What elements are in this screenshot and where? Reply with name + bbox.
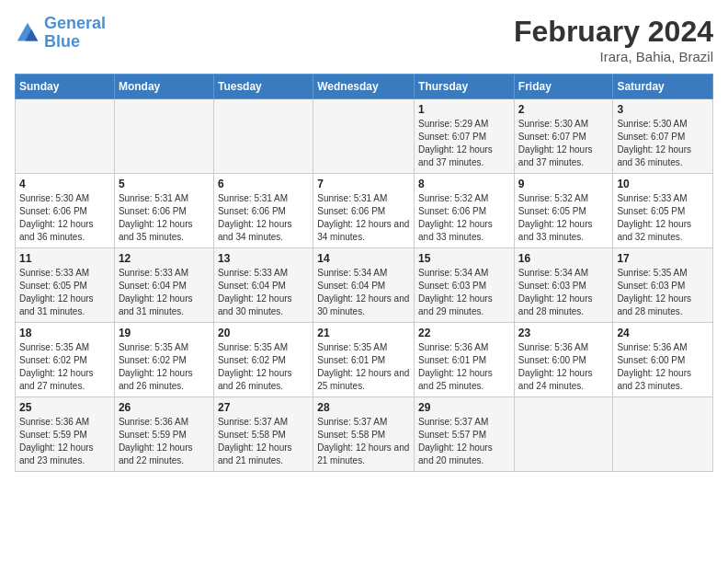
- day-number: 24: [617, 327, 709, 339]
- calendar-cell: 17Sunrise: 5:35 AM Sunset: 6:03 PM Dayli…: [613, 248, 713, 323]
- calendar-cell: 9Sunrise: 5:32 AM Sunset: 6:05 PM Daylig…: [514, 174, 613, 248]
- logo: General Blue: [15, 15, 106, 52]
- calendar-cell: 12Sunrise: 5:33 AM Sunset: 6:04 PM Dayli…: [114, 248, 213, 323]
- day-number: 10: [617, 178, 709, 190]
- day-number: 11: [19, 252, 110, 265]
- day-detail: Sunrise: 5:36 AM Sunset: 6:00 PM Dayligh…: [518, 341, 609, 393]
- calendar-table: SundayMondayTuesdayWednesdayThursdayFrid…: [15, 74, 713, 472]
- day-detail: Sunrise: 5:35 AM Sunset: 6:02 PM Dayligh…: [218, 341, 309, 393]
- week-row-4: 25Sunrise: 5:36 AM Sunset: 5:59 PM Dayli…: [16, 397, 713, 472]
- week-row-0: 1Sunrise: 5:29 AM Sunset: 6:07 PM Daylig…: [16, 99, 713, 174]
- day-number: 21: [317, 327, 410, 339]
- calendar-cell: [114, 99, 213, 174]
- day-detail: Sunrise: 5:35 AM Sunset: 6:01 PM Dayligh…: [317, 341, 410, 393]
- day-detail: Sunrise: 5:33 AM Sunset: 6:05 PM Dayligh…: [617, 192, 709, 244]
- calendar-cell: 3Sunrise: 5:30 AM Sunset: 6:07 PM Daylig…: [613, 99, 713, 174]
- calendar-cell: 27Sunrise: 5:37 AM Sunset: 5:58 PM Dayli…: [213, 397, 313, 472]
- calendar-cell: 11Sunrise: 5:33 AM Sunset: 6:05 PM Dayli…: [16, 248, 115, 323]
- page-header: General Blue February 2024 Irara, Bahia,…: [15, 15, 713, 64]
- day-number: 15: [418, 252, 510, 265]
- calendar-cell: 10Sunrise: 5:33 AM Sunset: 6:05 PM Dayli…: [613, 174, 713, 248]
- title-block: February 2024 Irara, Bahia, Brazil: [514, 15, 713, 64]
- calendar-cell: 22Sunrise: 5:36 AM Sunset: 6:01 PM Dayli…: [415, 323, 515, 397]
- day-detail: Sunrise: 5:32 AM Sunset: 6:05 PM Dayligh…: [518, 192, 609, 244]
- week-row-2: 11Sunrise: 5:33 AM Sunset: 6:05 PM Dayli…: [16, 248, 713, 323]
- day-detail: Sunrise: 5:36 AM Sunset: 5:59 PM Dayligh…: [119, 416, 210, 467]
- logo-icon: [15, 20, 40, 46]
- day-number: 29: [418, 401, 510, 414]
- day-detail: Sunrise: 5:34 AM Sunset: 6:03 PM Dayligh…: [418, 267, 510, 318]
- day-detail: Sunrise: 5:34 AM Sunset: 6:03 PM Dayligh…: [518, 267, 609, 318]
- day-number: 20: [218, 327, 309, 339]
- day-detail: Sunrise: 5:33 AM Sunset: 6:05 PM Dayligh…: [19, 267, 110, 318]
- day-number: 17: [617, 252, 709, 265]
- calendar-cell: 20Sunrise: 5:35 AM Sunset: 6:02 PM Dayli…: [213, 323, 313, 397]
- header-thursday: Thursday: [415, 75, 515, 99]
- calendar-cell: 21Sunrise: 5:35 AM Sunset: 6:01 PM Dayli…: [313, 323, 415, 397]
- week-row-3: 18Sunrise: 5:35 AM Sunset: 6:02 PM Dayli…: [16, 323, 713, 397]
- calendar-cell: [213, 99, 313, 174]
- calendar-cell: 14Sunrise: 5:34 AM Sunset: 6:04 PM Dayli…: [313, 248, 415, 323]
- day-number: 23: [518, 327, 609, 339]
- day-number: 3: [617, 103, 709, 116]
- calendar-cell: [514, 397, 613, 472]
- logo-text: General Blue: [44, 15, 106, 52]
- calendar-cell: 7Sunrise: 5:31 AM Sunset: 6:06 PM Daylig…: [313, 174, 415, 248]
- day-number: 26: [119, 401, 210, 414]
- day-detail: Sunrise: 5:31 AM Sunset: 6:06 PM Dayligh…: [218, 192, 309, 244]
- day-detail: Sunrise: 5:32 AM Sunset: 6:06 PM Dayligh…: [418, 192, 510, 244]
- day-detail: Sunrise: 5:30 AM Sunset: 6:07 PM Dayligh…: [518, 118, 609, 169]
- day-detail: Sunrise: 5:37 AM Sunset: 5:58 PM Dayligh…: [317, 416, 410, 467]
- day-number: 2: [518, 103, 609, 116]
- day-number: 22: [418, 327, 510, 339]
- day-number: 27: [218, 401, 309, 414]
- calendar-cell: 16Sunrise: 5:34 AM Sunset: 6:03 PM Dayli…: [514, 248, 613, 323]
- day-detail: Sunrise: 5:33 AM Sunset: 6:04 PM Dayligh…: [218, 267, 309, 318]
- calendar-cell: 15Sunrise: 5:34 AM Sunset: 6:03 PM Dayli…: [415, 248, 515, 323]
- day-number: 18: [19, 327, 110, 339]
- day-number: 8: [418, 178, 510, 190]
- day-detail: Sunrise: 5:35 AM Sunset: 6:03 PM Dayligh…: [617, 267, 709, 318]
- sub-title: Irara, Bahia, Brazil: [514, 49, 713, 64]
- calendar-cell: [16, 99, 115, 174]
- calendar-cell: 5Sunrise: 5:31 AM Sunset: 6:06 PM Daylig…: [114, 174, 213, 248]
- day-detail: Sunrise: 5:36 AM Sunset: 6:01 PM Dayligh…: [418, 341, 510, 393]
- day-number: 6: [218, 178, 309, 190]
- day-detail: Sunrise: 5:31 AM Sunset: 6:06 PM Dayligh…: [119, 192, 210, 244]
- calendar-cell: 25Sunrise: 5:36 AM Sunset: 5:59 PM Dayli…: [16, 397, 115, 472]
- day-number: 13: [218, 252, 309, 265]
- day-detail: Sunrise: 5:37 AM Sunset: 5:57 PM Dayligh…: [418, 416, 510, 467]
- calendar-cell: 28Sunrise: 5:37 AM Sunset: 5:58 PM Dayli…: [313, 397, 415, 472]
- day-detail: Sunrise: 5:30 AM Sunset: 6:06 PM Dayligh…: [19, 192, 110, 244]
- calendar-cell: 8Sunrise: 5:32 AM Sunset: 6:06 PM Daylig…: [415, 174, 515, 248]
- day-detail: Sunrise: 5:35 AM Sunset: 6:02 PM Dayligh…: [119, 341, 210, 393]
- calendar-cell: [313, 99, 415, 174]
- calendar-cell: 4Sunrise: 5:30 AM Sunset: 6:06 PM Daylig…: [16, 174, 115, 248]
- day-detail: Sunrise: 5:37 AM Sunset: 5:58 PM Dayligh…: [218, 416, 309, 467]
- calendar-cell: [613, 397, 713, 472]
- header-sunday: Sunday: [16, 75, 115, 99]
- calendar-cell: 24Sunrise: 5:36 AM Sunset: 6:00 PM Dayli…: [613, 323, 713, 397]
- day-number: 7: [317, 178, 410, 190]
- calendar-cell: 29Sunrise: 5:37 AM Sunset: 5:57 PM Dayli…: [415, 397, 515, 472]
- header-wednesday: Wednesday: [313, 75, 415, 99]
- day-number: 4: [19, 178, 110, 190]
- calendar-cell: 23Sunrise: 5:36 AM Sunset: 6:00 PM Dayli…: [514, 323, 613, 397]
- day-detail: Sunrise: 5:31 AM Sunset: 6:06 PM Dayligh…: [317, 192, 410, 244]
- day-number: 14: [317, 252, 410, 265]
- day-number: 28: [317, 401, 410, 414]
- calendar-header-row: SundayMondayTuesdayWednesdayThursdayFrid…: [16, 75, 713, 99]
- header-saturday: Saturday: [613, 75, 713, 99]
- day-number: 12: [119, 252, 210, 265]
- day-number: 5: [119, 178, 210, 190]
- main-title: February 2024: [514, 15, 713, 49]
- day-detail: Sunrise: 5:36 AM Sunset: 5:59 PM Dayligh…: [19, 416, 110, 467]
- calendar-cell: 13Sunrise: 5:33 AM Sunset: 6:04 PM Dayli…: [213, 248, 313, 323]
- day-detail: Sunrise: 5:34 AM Sunset: 6:04 PM Dayligh…: [317, 267, 410, 318]
- calendar-cell: 19Sunrise: 5:35 AM Sunset: 6:02 PM Dayli…: [114, 323, 213, 397]
- calendar-cell: 18Sunrise: 5:35 AM Sunset: 6:02 PM Dayli…: [16, 323, 115, 397]
- day-number: 16: [518, 252, 609, 265]
- day-detail: Sunrise: 5:29 AM Sunset: 6:07 PM Dayligh…: [418, 118, 510, 169]
- header-tuesday: Tuesday: [213, 75, 313, 99]
- header-monday: Monday: [114, 75, 213, 99]
